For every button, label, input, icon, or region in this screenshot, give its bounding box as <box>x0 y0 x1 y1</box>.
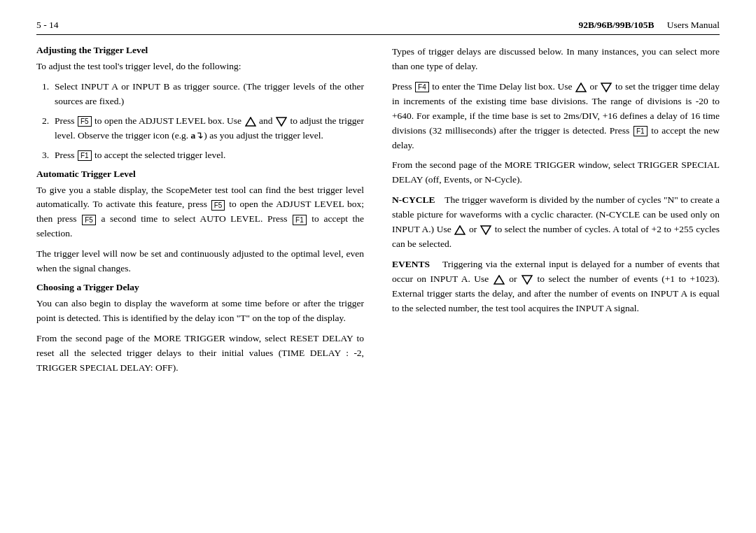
left-column: Adjusting the Trigger Level To adjust th… <box>36 45 368 513</box>
events-para: EVENTS Triggering via the external input… <box>392 257 720 316</box>
f5-key-auto2: F5 <box>82 215 96 225</box>
svg-marker-3 <box>601 83 611 92</box>
f1-key-delay: F1 <box>634 126 648 136</box>
arrow-up-icon-4 <box>493 275 505 285</box>
step-1-content: Select INPUT A or INPUT B as trigger sou… <box>55 80 364 109</box>
svg-marker-7 <box>522 276 532 284</box>
model-number: 92B/96B/99B/105B <box>579 20 654 31</box>
manual-label: Users Manual <box>667 20 720 31</box>
page: 5 - 14 92B/96B/99B/105B Users Manual Adj… <box>0 0 756 533</box>
step-2-content: Press F5 to open the ADJUST LEVEL box. U… <box>55 114 364 143</box>
trigger-steps-list: 1. Select INPUT A or INPUT B as trigger … <box>36 80 364 163</box>
f5-key-step2: F5 <box>78 116 92 127</box>
arrow-down-icon-4 <box>522 275 533 285</box>
section2-para1: To give you a stable display, the ScopeM… <box>36 183 364 242</box>
f1-key-auto: F1 <box>293 215 307 225</box>
right-para3: From the second page of the MORE TRIGGER… <box>392 158 720 187</box>
svg-marker-4 <box>455 226 465 234</box>
arrow-up-icon-3 <box>454 225 465 235</box>
section-adjusting-trigger: Adjusting the Trigger Level To adjust th… <box>36 45 364 163</box>
events-term: EVENTS <box>392 259 430 269</box>
step-1: 1. Select INPUT A or INPUT B as trigger … <box>36 80 364 109</box>
f5-key-auto1: F5 <box>211 200 225 211</box>
step-3: 3. Press F1 to accept the selected trigg… <box>36 148 364 163</box>
f4-key: F4 <box>415 82 429 92</box>
arrow-down-icon <box>276 117 287 127</box>
right-para1: Types of trigger delays are discussed be… <box>392 45 720 74</box>
svg-marker-0 <box>246 118 255 126</box>
svg-marker-6 <box>494 276 504 284</box>
step-3-num: 3. <box>36 148 49 163</box>
arrow-down-icon-3 <box>480 225 491 235</box>
right-para2: Press F4 to enter the Time Delay list bo… <box>392 80 720 153</box>
section2-title: Automatic Trigger Level <box>36 169 364 180</box>
section3-title: Choosing a Trigger Delay <box>36 282 364 293</box>
svg-marker-5 <box>481 226 491 234</box>
page-number: 5 - 14 <box>36 20 59 31</box>
ncycle-term: N-CYCLE <box>392 194 435 205</box>
section3-para1: You can also begin to display the wavefo… <box>36 297 364 326</box>
section3-para2: From the second page of the MORE TRIGGER… <box>36 332 364 376</box>
page-header: 5 - 14 92B/96B/99B/105B Users Manual <box>36 20 720 35</box>
right-column: Types of trigger delays are discussed be… <box>388 45 720 513</box>
header-right: 92B/96B/99B/105B Users Manual <box>579 20 720 31</box>
svg-marker-2 <box>576 83 586 92</box>
arrow-up-icon-2 <box>575 83 587 92</box>
step-2: 2. Press F5 to open the ADJUST LEVEL box… <box>36 114 364 143</box>
arrow-up-icon <box>245 117 256 127</box>
main-content: Adjusting the Trigger Level To adjust th… <box>36 45 720 513</box>
section1-title: Adjusting the Trigger Level <box>36 45 364 56</box>
section2-para2: The trigger level will now be set and co… <box>36 247 364 276</box>
ncycle-para: N-CYCLE The trigger waveform is divided … <box>392 193 720 252</box>
section-trigger-delay: Choosing a Trigger Delay You can also be… <box>36 282 364 376</box>
step-2-num: 2. <box>36 114 49 143</box>
section-auto-trigger: Automatic Trigger Level To give you a st… <box>36 169 364 277</box>
f1-key-step3: F1 <box>78 150 92 161</box>
step-1-num: 1. <box>36 80 49 109</box>
section1-intro: To adjust the test tool's trigger level,… <box>36 59 364 74</box>
arrow-down-icon-2 <box>601 83 612 92</box>
svg-marker-1 <box>276 118 286 126</box>
step-3-content: Press F1 to accept the selected trigger … <box>55 148 364 163</box>
